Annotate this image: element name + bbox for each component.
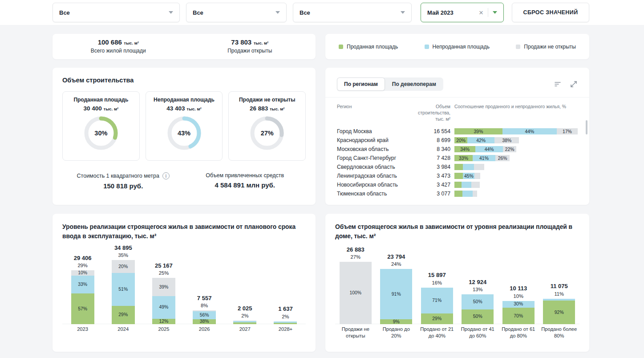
divider (488, 8, 488, 17)
donut-chart-not-open: 27% (250, 116, 284, 151)
donut-row: Проданная площадь 30 400 тыс. м² 30% Неп… (62, 91, 306, 161)
region-ratio-bar: 20%42%38% (454, 137, 578, 143)
summary-card: 100 686 тыс. м² Всего жилой площади 73 8… (53, 34, 316, 59)
bar-segment (463, 164, 474, 170)
filter-dropdown-1[interactable]: Все (53, 3, 180, 22)
chart-by-realization-card: Объем строящегося жилья в зависимости от… (325, 214, 589, 352)
sort-icon[interactable] (554, 80, 562, 88)
region-ratio-bar: 39%44%17% (454, 128, 578, 134)
chevron-down-icon (169, 11, 173, 14)
bar-segment: 22% (503, 146, 517, 152)
donut-value: 26 883 (250, 105, 268, 112)
bar-segment: 57% (71, 293, 94, 324)
donut-percent: 43% (167, 116, 202, 151)
regions-header: По регионам По девелоперам (325, 68, 589, 98)
region-volume: 16 554 (409, 128, 450, 134)
legend-swatch-unsold (425, 45, 429, 49)
expand-icon[interactable] (570, 80, 578, 88)
stat-label: Всего жилой площади (53, 48, 184, 54)
stacked-bar: 92% (543, 299, 575, 325)
chevron-down-icon (493, 11, 497, 14)
donut-unit: тыс. м² (270, 106, 285, 111)
region-volume: 8 699 (409, 137, 450, 143)
construction-volume-card: Объем строительства Проданная площадь 30… (53, 68, 316, 205)
column-header-volume: Объем строительства, тыс. м² (409, 104, 450, 122)
stacked-bar: 70%30% (502, 301, 535, 325)
bar-segment: 71% (421, 288, 453, 314)
bar-segment: 29% (421, 313, 453, 324)
bar-slot: 2 0252%2027 (225, 244, 265, 339)
bar-segment: 38% (193, 319, 216, 325)
bar-segment: 20% (454, 137, 467, 143)
bar-segment: 92% (543, 301, 575, 324)
stat-open-sales: 73 803 тыс. м² Продажи открыты (184, 34, 316, 59)
bar-segment: 34% (454, 146, 475, 152)
region-ratio-bar (454, 191, 578, 197)
stacked-bar-chart-realization: 26 88327%100%Продажи не открыты23 79424%… (335, 244, 579, 339)
region-volume: 3 427 (409, 182, 450, 188)
filter-value: Май 2023 (427, 9, 454, 16)
region-ratio-bar (454, 164, 578, 170)
region-ratio-bar: 33%41%26% (454, 155, 578, 161)
category-label: Продажи не открыты (335, 326, 376, 339)
bar-segment (462, 191, 473, 197)
bar-segment: 44% (475, 146, 502, 152)
region-name: Город Москва (337, 128, 409, 134)
bar-value-label: 34 89535% (98, 244, 148, 258)
stacked-bar (274, 321, 297, 325)
table-row: Город Москва16 55439%44%17% (337, 127, 578, 136)
metric-value: 4 584 891 млн руб. (184, 181, 306, 189)
stacked-bar: 38%56% (193, 310, 216, 324)
scrollbar-thumb[interactable] (586, 120, 587, 134)
info-icon[interactable]: i (162, 172, 170, 179)
reset-filters-button[interactable]: СБРОС ЗНАЧЕНИЙ (512, 3, 589, 22)
tab-by-regions[interactable]: По регионам (337, 77, 385, 91)
stacked-bar: 57%33%10% (71, 270, 94, 324)
donut-percent: 27% (250, 116, 284, 151)
bar-segment: 70% (502, 308, 535, 324)
metric-raised-funds: Объем привлеченных средств 4 584 891 млн… (184, 172, 306, 190)
category-label: 2028+ (265, 326, 306, 333)
metric-value: 150 818 руб. (62, 182, 184, 190)
legend-label: Продажи не открыты (524, 44, 576, 50)
table-row: Свердловская область3 984 (337, 163, 578, 171)
table-row: Ленинградская область3 47345% (337, 171, 578, 180)
bar-segment: 91% (380, 269, 412, 319)
bar-segment (454, 164, 463, 170)
bar-slot: 7 5578%38%56%2026 (184, 244, 225, 339)
chevron-down-icon (401, 11, 405, 14)
bar-value-label: 23 79424% (372, 253, 421, 267)
bar-slot: 34 89535%29%51%20%2024 (103, 244, 143, 339)
real-estate-dashboard: Все Все Все Май 2023 × СБРОС ЗНАЧЕНИЙ 10… (0, 0, 644, 358)
tab-group: По регионам По девелоперам (337, 77, 443, 91)
region-ratio-bar: 34%44%22% (454, 146, 578, 152)
filter-dropdown-3[interactable]: Все (293, 3, 412, 22)
region-ratio-bar: 45% (454, 173, 578, 179)
stacked-bar: 29%71% (421, 288, 453, 325)
regions-table: Регион Объем строительства, тыс. м² Соот… (337, 104, 578, 198)
bar-segment: 100% (340, 262, 372, 324)
close-icon[interactable]: × (479, 9, 483, 16)
legend-card: Проданная площадь Непроданная площадь Пр… (325, 34, 589, 59)
table-row: Краснодарский край8 69920%42%38% (337, 136, 578, 145)
bar-segment: 20% (112, 260, 135, 273)
stacked-bar: 9%91% (380, 269, 412, 324)
bar-slot: 23 79424%9%91%Продано до 20% (376, 244, 417, 339)
bar-segment (473, 191, 477, 197)
bar-segment: 33% (454, 155, 473, 161)
donut-chart-sold: 30% (84, 116, 118, 151)
bar-segment: 56% (193, 311, 216, 319)
stacked-bar: 29%51%20% (112, 260, 135, 324)
tab-by-developers[interactable]: По девелоперам (385, 77, 443, 91)
metric-label: Объем привлеченных средств (206, 172, 284, 179)
bar-segment: 26% (495, 155, 510, 161)
filter-dropdown-period[interactable]: Май 2023 × (421, 3, 504, 22)
bar-segment: 9% (380, 319, 412, 324)
stacked-bar: 50%50% (462, 294, 494, 324)
category-label: 2026 (184, 326, 225, 333)
filter-dropdown-2[interactable]: Все (186, 3, 287, 22)
bar-segment: 39% (454, 128, 502, 134)
stacked-bar: 12%49%39% (152, 278, 175, 324)
bar-segment: 33% (71, 276, 94, 293)
legend-item-unsold: Непроданная площадь (425, 44, 490, 50)
